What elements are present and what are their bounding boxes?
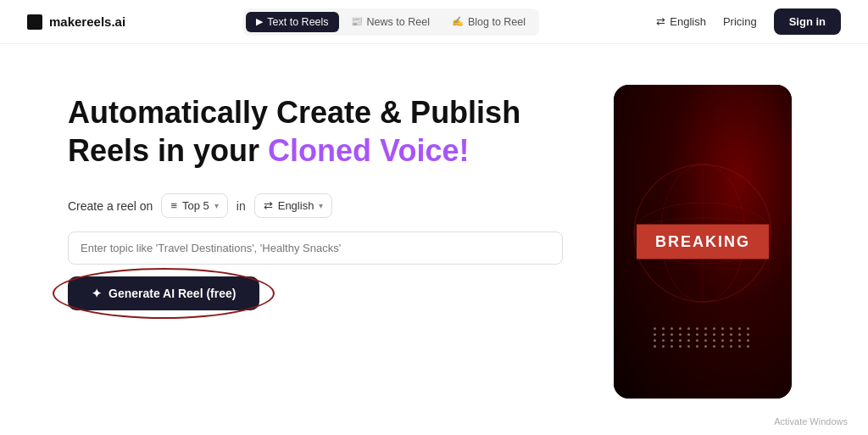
language-label: English xyxy=(670,15,706,28)
dot xyxy=(696,339,698,342)
dot xyxy=(654,327,656,330)
nav-right: ⇄ English Pricing Sign in xyxy=(656,8,841,35)
blog-icon: ✍ xyxy=(452,16,464,27)
news-icon: 📰 xyxy=(351,16,363,27)
generate-label: Generate AI Reel (free) xyxy=(108,287,236,300)
dot xyxy=(738,333,741,336)
lang-dropdown-value: English xyxy=(278,199,314,212)
generate-btn-wrap: ✦ Generate AI Reel (free) xyxy=(68,276,259,310)
dot xyxy=(679,345,682,348)
language-selector[interactable]: ⇄ English xyxy=(656,15,706,28)
logo[interactable]: makereels.ai xyxy=(27,14,125,30)
main-content: Automatically Create & Publish Reels in … xyxy=(0,44,868,399)
dot xyxy=(687,333,690,336)
breaking-card: BREAKING xyxy=(637,225,769,259)
dot xyxy=(747,339,749,342)
tab-blog-to-reel-label: Blog to Reel xyxy=(468,16,526,28)
dot xyxy=(747,345,749,348)
dot xyxy=(730,333,732,336)
tab-news-to-reel-label: News to Reel xyxy=(367,16,430,28)
topic-type-dropdown[interactable]: ≡ Top 5 ▾ xyxy=(161,193,227,218)
windows-watermark: Activate Windows xyxy=(774,416,848,427)
generate-icon: ✦ xyxy=(92,287,102,300)
dot xyxy=(704,345,707,348)
dot xyxy=(713,327,715,330)
chevron-down-icon: ▾ xyxy=(214,201,219,210)
dot xyxy=(696,345,698,348)
dot xyxy=(747,333,749,336)
dot xyxy=(696,333,698,336)
tab-news-to-reel[interactable]: 📰 News to Reel xyxy=(341,12,440,32)
dot xyxy=(713,345,715,348)
dot xyxy=(662,339,665,342)
text-to-reels-icon: ▶ xyxy=(256,16,263,27)
hero-right: BREAKING // Will render dots via JS belo… xyxy=(614,85,800,399)
hero-title: Automatically Create & Publish Reels in … xyxy=(68,93,563,170)
tab-blog-to-reel[interactable]: ✍ Blog to Reel xyxy=(442,12,536,32)
dot xyxy=(730,345,732,348)
dot xyxy=(679,339,682,342)
dots-grid: // Will render dots via JS below xyxy=(654,327,752,348)
dot xyxy=(738,339,741,342)
lang-chevron-icon: ▾ xyxy=(319,201,323,210)
logo-icon xyxy=(27,14,42,30)
dot xyxy=(704,327,707,330)
dot xyxy=(670,327,673,330)
lang-dropdown-icon: ⇄ xyxy=(264,199,273,212)
topic-input-wrap xyxy=(68,231,563,265)
dropdown-icon: ≡ xyxy=(170,199,177,212)
dot xyxy=(738,327,741,330)
dot xyxy=(747,327,749,330)
dot xyxy=(730,339,732,342)
dot xyxy=(670,333,673,336)
pricing-link[interactable]: Pricing xyxy=(723,15,757,28)
dot xyxy=(713,339,715,342)
dot xyxy=(704,333,707,336)
dot xyxy=(687,327,690,330)
dot xyxy=(721,339,724,342)
nav-tabs: ▶ Text to Reels 📰 News to Reel ✍ Blog to… xyxy=(242,8,539,36)
dot xyxy=(721,327,724,330)
topic-input[interactable] xyxy=(68,231,563,265)
generate-button[interactable]: ✦ Generate AI Reel (free) xyxy=(68,276,259,310)
dot xyxy=(730,327,732,330)
dot xyxy=(704,339,707,342)
controls-row: Create a reel on ≡ Top 5 ▾ in ⇄ English … xyxy=(68,193,563,218)
dot xyxy=(662,345,665,348)
in-label: in xyxy=(236,199,246,213)
hero-title-line2-normal: Reels in your xyxy=(68,133,268,168)
dot xyxy=(662,327,665,330)
dot xyxy=(738,345,741,348)
hero-title-accent: Cloned Voice! xyxy=(268,133,469,168)
dot xyxy=(687,339,690,342)
dot xyxy=(670,345,673,348)
hero-title-line1: Automatically Create & Publish xyxy=(68,95,520,130)
dot xyxy=(679,327,682,330)
hero-left: Automatically Create & Publish Reels in … xyxy=(68,85,563,310)
dot xyxy=(654,345,656,348)
language-dropdown[interactable]: ⇄ English ▾ xyxy=(254,193,333,218)
tab-text-to-reels[interactable]: ▶ Text to Reels xyxy=(246,12,338,32)
dot xyxy=(713,333,715,336)
dot xyxy=(721,345,724,348)
breaking-text: BREAKING xyxy=(655,233,750,250)
dot xyxy=(687,345,690,348)
logo-text: makereels.ai xyxy=(49,14,125,29)
phone-mockup: BREAKING // Will render dots via JS belo… xyxy=(614,85,792,399)
signin-button[interactable]: Sign in xyxy=(774,8,841,35)
dot xyxy=(679,333,682,336)
tab-text-to-reels-label: Text to Reels xyxy=(267,16,328,28)
dot xyxy=(654,339,656,342)
language-icon: ⇄ xyxy=(656,15,665,28)
dot xyxy=(670,339,673,342)
dot xyxy=(696,327,698,330)
dot xyxy=(662,333,665,336)
create-label: Create a reel on xyxy=(68,199,153,213)
dot xyxy=(721,333,724,336)
dot xyxy=(654,333,656,336)
dropdown-value: Top 5 xyxy=(182,199,209,212)
navbar: makereels.ai ▶ Text to Reels 📰 News to R… xyxy=(0,0,868,44)
